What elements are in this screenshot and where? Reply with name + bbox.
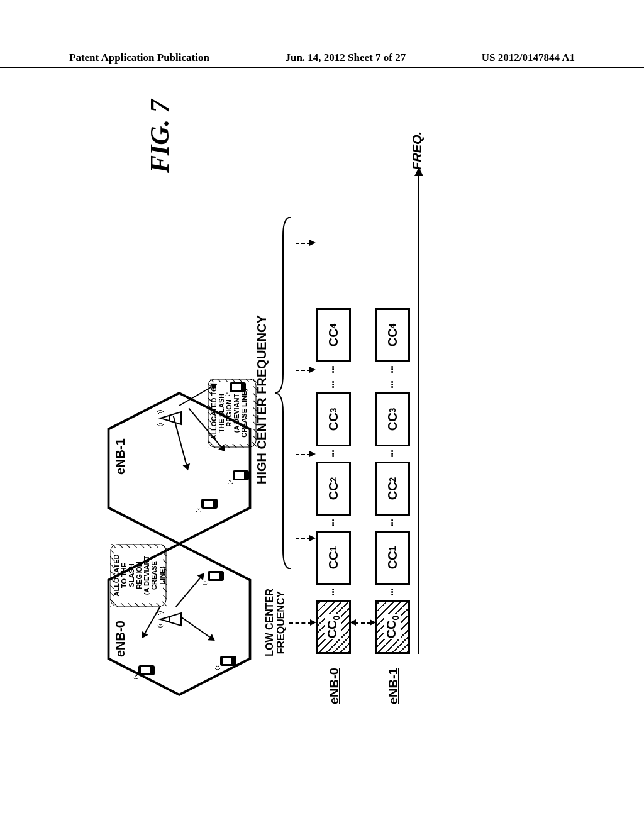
frequency-axis-label: FREQ. — [410, 131, 425, 170]
note-line: CREASE — [150, 561, 158, 590]
cc1-box: CC1 — [375, 531, 410, 585]
note-line: REGION — [225, 399, 233, 426]
cc-sub: 4 — [387, 324, 397, 329]
svg-rect-16 — [204, 501, 213, 507]
svg-rect-6 — [223, 658, 231, 664]
row1-label: eNB-1 — [386, 668, 401, 704]
cell1-label: eNB-1 — [113, 438, 128, 475]
cc3-box: CC3 — [316, 392, 351, 446]
ellipsis-icon: ··· — [386, 585, 399, 600]
note-line: REGION — [135, 562, 143, 589]
cc-label: CC — [325, 620, 339, 638]
ellipsis-icon: ··· — [327, 516, 340, 531]
cell0-label: eNB-0 — [113, 621, 128, 657]
mobile-phone-icon — [214, 652, 239, 670]
cc2-box: CC2 — [375, 462, 410, 516]
cc-label: CC — [326, 328, 341, 346]
cc-sub: 0 — [331, 616, 341, 621]
cc0-box: CC0 — [375, 600, 410, 654]
allocation-note-enb0: ALLOCATED TO THE SLASH REGION (A DEVIANT… — [110, 544, 167, 607]
cc-label: CC — [326, 551, 341, 569]
cc4-box: CC4 — [375, 308, 410, 362]
header-center: Jun. 14, 2012 Sheet 7 of 27 — [285, 52, 406, 64]
basestation-tower-icon — [157, 409, 182, 428]
dashed-arrow-down-icon — [296, 243, 311, 244]
high-center-frequency-label: HIGH CENTER FREQUENCY — [255, 315, 269, 484]
curly-brace-icon — [274, 217, 292, 569]
cc-sub: 3 — [387, 408, 397, 413]
cc-sub: 2 — [387, 477, 397, 482]
mobile-phone-icon — [195, 495, 220, 512]
ellipsis-icon: ··· — [327, 446, 340, 462]
ellipsis-icon: ··· — [386, 446, 399, 462]
header-left: Patent Application Publication — [69, 52, 209, 64]
cc2-box: CC2 — [316, 462, 351, 516]
dashed-arrow-down-icon — [296, 454, 311, 455]
cc-sub: 1 — [328, 546, 338, 551]
note-line: (A DEVIANT — [233, 394, 240, 433]
note-line: TO THE — [120, 563, 128, 588]
note-line: LINE) — [158, 567, 166, 585]
basestation-tower-icon — [157, 610, 182, 629]
cc4-box: CC4 — [316, 308, 351, 362]
dashed-connector-icon — [355, 622, 371, 624]
cc-label: CC — [386, 412, 400, 431]
dashed-arrow-down-icon — [296, 538, 311, 540]
cc-sub: 3 — [328, 408, 338, 413]
mobile-phone-icon — [132, 661, 157, 679]
frequency-axis — [418, 176, 419, 654]
cc-label: CC — [384, 620, 398, 638]
ellipsis-icon: ··· — [386, 516, 399, 531]
cc-row-enb1: CC0 ··· CC1 ··· CC2 ··· CC3 ··· ··· CC4 — [375, 308, 410, 654]
cc-sub: 1 — [387, 546, 397, 551]
svg-marker-13 — [160, 412, 181, 424]
cc-row-enb0: CC0 ··· CC1 ··· CC2 ··· CC3 ··· ··· CC4 — [316, 308, 351, 654]
mobile-phone-icon — [226, 467, 252, 484]
cc3-box: CC3 — [375, 392, 410, 446]
cc-label: CC — [326, 482, 341, 500]
dashed-arrow-down-icon — [289, 622, 311, 624]
note-line: THE SLASH — [218, 394, 225, 433]
low-center-frequency-label: LOW CENTER FREQUENCY — [264, 575, 286, 670]
cc-sub: 4 — [328, 324, 338, 329]
dashed-arrow-down-icon — [296, 370, 311, 371]
cc-label: CC — [326, 412, 341, 431]
note-line: ALLOCATED TO — [210, 386, 218, 440]
svg-rect-4 — [141, 667, 150, 673]
ellipsis-icon: ··· — [327, 362, 340, 377]
ellipsis-icon: ··· — [386, 362, 399, 377]
note-line: SLASH — [128, 563, 135, 587]
page-header: Patent Application Publication Jun. 14, … — [0, 52, 644, 68]
cc-label: CC — [386, 328, 400, 346]
note-line: CREASE LINE) — [240, 389, 248, 438]
cc1-box: CC1 — [316, 531, 351, 585]
ellipsis-icon: ··· — [386, 377, 399, 392]
note-line: (A DEVIANT — [143, 556, 150, 595]
cc-label: CC — [386, 551, 400, 569]
header-right: US 2012/0147844 A1 — [482, 52, 575, 64]
svg-rect-18 — [235, 472, 244, 479]
cc-label: CC — [386, 482, 400, 500]
cc0-box: CC0 — [316, 600, 351, 654]
svg-marker-1 — [160, 613, 181, 626]
figure-7-diagram: eNB-0 AL — [94, 138, 522, 704]
row0-label: eNB-0 — [327, 668, 341, 704]
note-line: ALLOCATED — [113, 555, 120, 597]
allocation-note-enb1: ALLOCATED TO THE SLASH REGION (A DEVIANT… — [208, 379, 257, 448]
ellipsis-icon: ··· — [327, 585, 340, 600]
cc-sub: 2 — [328, 477, 338, 482]
svg-rect-8 — [210, 573, 219, 579]
cc-sub: 0 — [391, 616, 401, 621]
ellipsis-icon: ··· — [327, 377, 340, 392]
